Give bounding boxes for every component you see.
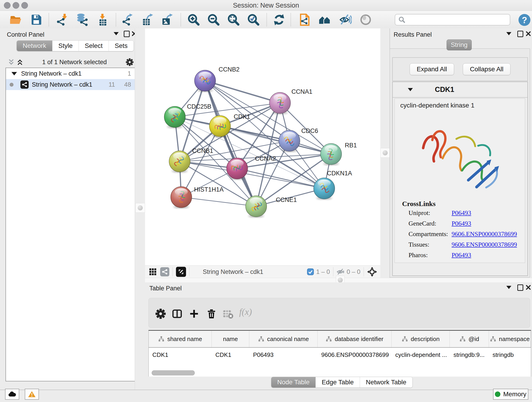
function-builder-icon: f(x) [239,306,252,317]
help-icon[interactable]: ? [518,13,531,26]
edge-CCNB2-CCNA1[interactable] [205,81,280,103]
edge-HIST1H1A-CCNE1[interactable] [181,197,256,206]
network-graph[interactable]: CCNB2 CCNA1 CDC25B CDK1 CDC6 RB1 CCNB1 C… [145,28,380,265]
grid-view-icon[interactable] [149,268,157,276]
node-CCNA1[interactable]: CCNA1 [269,88,312,114]
expand-all-button[interactable]: Expand All [410,63,454,75]
crosslink-link[interactable]: P06493 [452,220,471,227]
network-canvas[interactable]: CCNB2 CCNA1 CDC25B CDK1 CDC6 RB1 CCNB1 C… [145,28,380,265]
cell--id[interactable]: stringdb:9... [450,348,489,362]
column-header-database-identifier[interactable]: database identifier [317,331,392,347]
zoom-in-icon[interactable] [187,13,200,26]
cell-canonical-name[interactable]: P06493 [249,348,317,362]
tab-network[interactable]: Network [17,41,52,51]
results-panel-float-icon[interactable] [517,31,523,37]
show-column-panel-icon[interactable] [172,308,183,319]
memory-button[interactable]: Memory [493,389,528,400]
export-image-icon[interactable] [161,13,174,26]
tab-select[interactable]: Select [79,41,109,51]
node-CCNE1[interactable]: CCNE1 [246,196,297,218]
table-panel-close-icon[interactable] [526,285,531,290]
right-splitter-handle[interactable] [380,148,390,158]
column-header-description[interactable]: description [392,331,450,347]
delete-table-icon [222,308,234,319]
table-settings-gear-icon[interactable] [155,308,166,319]
network-row-selected[interactable]: String Network – cdk1 11 48 [6,79,136,90]
control-panel-menu-icon[interactable] [114,32,119,35]
network-options-gear-icon[interactable] [126,58,134,66]
crosslink-link[interactable]: P06493 [452,251,471,259]
results-panel-menu-icon[interactable] [506,32,511,35]
cell-description[interactable]: cyclin-dependent ... [392,348,450,362]
tab-sets[interactable]: Sets [109,41,133,51]
results-panel-close-icon[interactable] [526,31,531,36]
warnings-button[interactable] [25,389,39,400]
crosslink-link[interactable]: 9606.ENSP00000378699 [452,230,517,238]
home-icon[interactable] [318,13,331,26]
gene-section-header[interactable]: CDK1 [393,82,527,98]
crosslink-link[interactable]: 9606.ENSP00000378699 [452,241,517,248]
delete-column-trash-icon[interactable] [206,308,217,319]
node-CDKN1A[interactable]: CDKN1A [314,170,352,200]
cloud-status-button[interactable] [5,389,19,400]
horizontal-splitter[interactable] [145,278,532,283]
node-HIST1H1A[interactable]: HIST1H1A [171,186,224,209]
create-column-plus-icon[interactable] [189,308,200,319]
import-network-from-database-icon[interactable] [75,13,88,26]
node-CDC25B[interactable]: CDC25B [164,103,211,128]
left-splitter[interactable] [135,28,146,390]
export-network-icon[interactable] [122,13,135,26]
collapse-all-chevron-icon[interactable] [8,59,15,65]
tab-node-table[interactable]: Node Table [271,377,316,388]
tab-style[interactable]: Style [52,41,79,51]
tab-edge-table[interactable]: Edge Table [316,377,360,388]
tab-string[interactable]: String [447,39,472,51]
table-panel-float-icon[interactable] [517,284,523,291]
fit-selected-crosshair-icon[interactable] [367,267,377,277]
cell-shared-name[interactable]: CDK1 [149,348,212,362]
table-row[interactable]: CDK1CDK1P064939606.ENSP00000378699cyclin… [149,348,531,362]
node-CDK1[interactable]: CDK1 [209,113,250,138]
crosslink-link[interactable]: P06493 [452,209,471,217]
network-style-icon[interactable] [160,267,169,276]
left-splitter-handle[interactable] [135,203,145,213]
birds-eye-view-icon[interactable] [176,267,186,277]
collapse-all-button[interactable]: Collapse All [463,63,510,75]
table-horizontal-scrollbar[interactable] [152,370,195,375]
edge-CCNA2-CDKN1A[interactable] [237,168,324,188]
import-table-icon[interactable] [96,13,109,26]
cell-name[interactable]: CDK1 [212,348,249,362]
refresh-icon[interactable] [273,13,285,26]
column-header-namespace[interactable]: namespace [489,331,531,347]
open-session-icon[interactable] [9,13,22,26]
column-header-name[interactable]: name [212,331,249,347]
table-panel-menu-icon[interactable] [506,286,511,289]
network-collection-row[interactable]: String Network – cdk1 1 [6,68,136,79]
collection-expand-icon[interactable] [12,72,17,75]
right-splitter[interactable] [380,28,390,278]
control-panel-float-icon[interactable] [124,31,130,37]
hide-panels-eye-icon[interactable] [339,13,352,26]
share-document-icon[interactable] [298,13,311,26]
cell-database-identifier[interactable]: 9606.ENSP00000378699 [317,348,392,362]
search-box[interactable] [395,14,510,26]
zoom-fit-icon[interactable] [227,13,240,26]
gene-collapse-icon[interactable] [408,88,413,91]
import-network-icon[interactable] [56,13,69,26]
node-CDC6[interactable]: CDC6 [279,128,318,152]
expand-all-chevron-icon[interactable] [17,59,23,65]
node-RB1[interactable]: RB1 [321,142,357,166]
tab-network-table[interactable]: Network Table [360,377,412,388]
search-input[interactable] [408,15,510,25]
selected-checkbox-icon[interactable] [307,268,314,275]
zoom-out-icon[interactable] [207,13,220,26]
column-header-shared-name[interactable]: shared name [149,331,212,347]
column-header--id[interactable]: @id [450,331,489,347]
export-table-icon[interactable] [141,13,154,26]
zoom-selected-icon[interactable] [247,13,260,26]
cell-namespace[interactable]: stringdb [489,348,531,362]
node-CCNA2[interactable]: CCNA2 [227,155,276,180]
save-session-icon[interactable] [30,13,43,26]
show-panel-sphere-icon[interactable] [359,13,372,26]
column-header-canonical-name[interactable]: canonical name [249,331,317,347]
